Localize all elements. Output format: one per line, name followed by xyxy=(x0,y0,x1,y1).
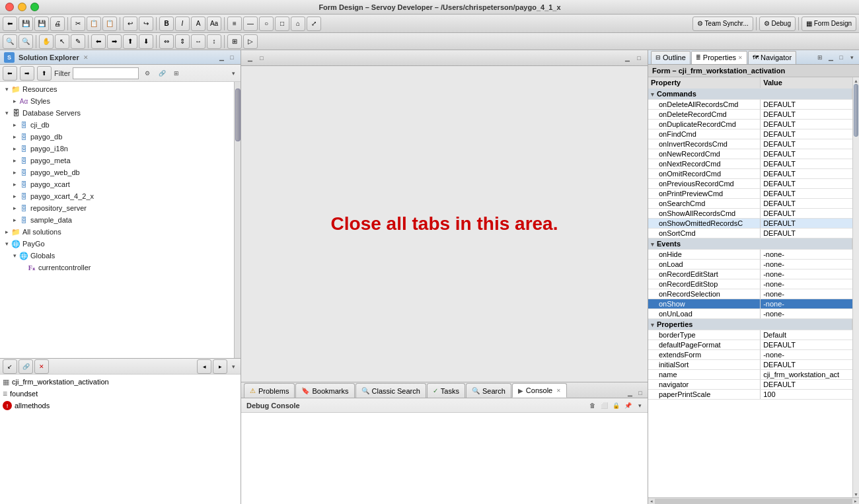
expand-arrow[interactable] xyxy=(3,86,11,92)
prop-row-onOmitRecordCmd[interactable]: onOmitRecordCmd DEFAULT xyxy=(648,169,852,179)
tab-search[interactable]: 🔍 Search xyxy=(466,383,511,398)
extra1-btn[interactable]: ⊞ xyxy=(227,34,242,49)
cut-button[interactable]: ✂ xyxy=(71,17,85,31)
team-sync-button[interactable]: ⚙ Team Synchr... xyxy=(692,17,753,31)
prop-value[interactable]: DEFAULT xyxy=(761,120,852,129)
close-button[interactable] xyxy=(5,3,14,11)
prop-row-onPreviousRecordCmd[interactable]: onPreviousRecordCmd DEFAULT xyxy=(648,179,852,189)
minimize-button[interactable] xyxy=(18,3,26,11)
hand-btn[interactable]: ✋ xyxy=(39,34,54,49)
right-tab-outline[interactable]: ⊟ Outline xyxy=(651,51,691,64)
center-action1-btn[interactable]: ▁ xyxy=(622,54,632,63)
right-panel-max-btn[interactable]: □ xyxy=(837,53,846,62)
scroll-up-arrow[interactable]: ▲ xyxy=(853,77,859,84)
open-button[interactable]: 💾 xyxy=(19,17,33,31)
prop-value[interactable]: DEFAULT xyxy=(761,149,852,159)
print-button[interactable]: 🖨 xyxy=(50,17,65,31)
scrollbar-thumb[interactable] xyxy=(235,89,241,141)
console-max-btn[interactable]: □ xyxy=(636,388,645,398)
prop-value[interactable]: cji_frm_workstation_act xyxy=(761,370,852,380)
nav-fwd-btn[interactable]: ➡ xyxy=(20,66,34,81)
copy-button[interactable]: 📋 xyxy=(87,17,101,31)
prop-value[interactable]: DEFAULT xyxy=(761,360,852,370)
tree-item-sample-data[interactable]: 🗄 sample_data xyxy=(0,214,234,226)
tree-item-paygo-xcart[interactable]: 🗄 paygo_xcart xyxy=(0,178,234,190)
prop-row-onUnLoad[interactable]: onUnLoad -none- xyxy=(648,309,852,319)
prop-value[interactable]: DEFAULT xyxy=(761,179,852,189)
list-item-allmethods[interactable]: ! allmethods xyxy=(3,400,238,412)
expand-arrow[interactable] xyxy=(3,110,11,116)
close-icon[interactable]: ✕ xyxy=(83,54,89,61)
align-right-btn[interactable]: ➡ xyxy=(107,34,122,49)
console-close-icon[interactable]: ✕ xyxy=(556,388,561,394)
zoom-out-btn[interactable]: 🔍 xyxy=(19,34,33,49)
prop-value[interactable]: DEFAULT xyxy=(761,380,852,390)
prop-row-onRecordEditStart[interactable]: onRecordEditStart -none- xyxy=(648,270,852,279)
prop-value[interactable]: DEFAULT xyxy=(761,100,852,110)
expand-arrow[interactable] xyxy=(11,122,19,128)
maximize-button[interactable] xyxy=(30,3,39,11)
undo-button[interactable]: ↩ xyxy=(123,17,137,31)
tab-btn[interactable]: ⌂ xyxy=(291,17,305,31)
save-button[interactable]: 💾 xyxy=(34,17,49,31)
align-btn[interactable]: ≡ xyxy=(227,17,242,31)
prop-value[interactable]: -none- xyxy=(761,260,852,270)
prop-row-onSearchCmd[interactable]: onSearchCmd DEFAULT xyxy=(648,199,852,209)
properties-close-icon[interactable]: ✕ xyxy=(738,55,743,61)
prop-row-onDuplicateRecordCmd[interactable]: onDuplicateRecordCmd DEFAULT xyxy=(648,120,852,129)
right-panel-min-btn[interactable]: ▁ xyxy=(826,53,835,62)
bold-button[interactable]: B xyxy=(159,17,174,31)
prop-row-onDeleteAllRecordsCmd[interactable]: onDeleteAllRecordsCmd DEFAULT xyxy=(648,100,852,110)
filter-expand-btn[interactable]: ⊞ xyxy=(170,67,182,79)
tree-item-paygo-web-db[interactable]: 🗄 paygo_web_db xyxy=(0,166,234,178)
tab-classic-search[interactable]: 🔍 Classic Search xyxy=(355,383,426,398)
expand-arrow[interactable] xyxy=(11,157,19,164)
font-btn[interactable]: Aa xyxy=(207,17,221,31)
center-action2-btn[interactable]: □ xyxy=(634,54,644,63)
right-scrollbar[interactable]: ▲ ▼ xyxy=(852,77,859,497)
zoom-in-btn[interactable]: 🔍 xyxy=(3,34,17,49)
tree-item-paygo[interactable]: 🌐 PayGo xyxy=(0,238,234,250)
prop-row-initialSort[interactable]: initialSort DEFAULT xyxy=(648,360,852,370)
prop-row-onRecordSelection[interactable]: onRecordSelection -none- xyxy=(648,289,852,299)
tree-item-database-servers[interactable]: 🗄 Database Servers xyxy=(0,107,234,119)
pencil-btn[interactable]: ✎ xyxy=(71,34,85,49)
window-controls[interactable] xyxy=(5,3,39,11)
resize-btn[interactable]: ⤢ xyxy=(307,17,321,31)
text-btn[interactable]: A xyxy=(191,17,205,31)
align-top-btn[interactable]: ⬆ xyxy=(123,34,137,49)
distribute-h-btn[interactable]: ⇔ xyxy=(159,34,174,49)
prop-value[interactable]: DEFAULT xyxy=(761,229,852,238)
console-scroll-lock-btn[interactable]: 🔒 xyxy=(611,400,621,411)
prop-value[interactable]: DEFAULT xyxy=(761,110,852,120)
tree-item-paygo-db[interactable]: 🗄 paygo_db xyxy=(0,131,234,143)
navigate-left-btn[interactable]: ◂ xyxy=(197,359,211,374)
prop-row-onShow[interactable]: onShow -none- xyxy=(648,299,852,309)
panel-menu-btn[interactable]: ▾ xyxy=(229,362,238,371)
list-item-foundset[interactable]: ≡ foundset xyxy=(3,388,238,400)
center-min-btn[interactable]: ▁ xyxy=(245,54,254,63)
prop-row-onInvertRecordsCmd[interactable]: onInvertRecordsCmd DEFAULT xyxy=(648,139,852,149)
italic-button[interactable]: I xyxy=(175,17,190,31)
filter-input[interactable] xyxy=(73,67,139,79)
expand-arrow[interactable] xyxy=(11,193,19,199)
prop-row-onShowOmittedRecordsC[interactable]: onShowOmittedRecordsC DEFAULT xyxy=(648,219,852,229)
tree-item-cji-db[interactable]: 🗄 cji_db xyxy=(0,119,234,131)
expand-arrow[interactable] xyxy=(11,98,19,104)
expand-arrow[interactable] xyxy=(11,145,19,152)
align-bottom-btn[interactable]: ⬇ xyxy=(139,34,153,49)
expand-arrow[interactable] xyxy=(11,133,19,140)
tree-item-paygo-i18n[interactable]: 🗄 paygo_i18n xyxy=(0,143,234,155)
prop-value[interactable]: -none- xyxy=(761,289,852,299)
prop-value[interactable]: DEFAULT xyxy=(761,219,852,229)
section-properties[interactable]: ▾Properties xyxy=(648,319,852,330)
prop-value[interactable]: -none- xyxy=(761,350,852,360)
prop-value[interactable]: DEFAULT xyxy=(761,129,852,139)
prop-value[interactable]: DEFAULT xyxy=(761,209,852,219)
tree-item-all-solutions[interactable]: 📁 All solutions xyxy=(0,226,234,238)
prop-row-onHide[interactable]: onHide -none- xyxy=(648,250,852,260)
delete-btn[interactable]: ✕ xyxy=(34,359,49,374)
prop-row-defaultPageFormat[interactable]: defaultPageFormat DEFAULT xyxy=(648,340,852,350)
same-height-btn[interactable]: ↕ xyxy=(207,34,221,49)
prop-value[interactable]: DEFAULT xyxy=(761,139,852,149)
